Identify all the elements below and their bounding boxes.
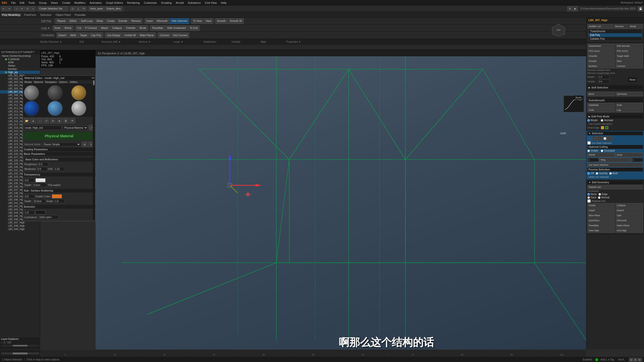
tree-item-lb5_049_high[interactable]: LB5_049_High [0, 228, 40, 231]
remove-modifier-btn[interactable]: Remove [614, 24, 628, 29]
material-ball-5[interactable] [48, 101, 63, 116]
render-setup-icon[interactable]: ⚙ [567, 6, 572, 11]
shrink-btn[interactable]: Shrink [63, 25, 73, 31]
save-icon[interactable]: 💾 [638, 6, 643, 11]
repeat-last-btn[interactable]: Repeat Last [587, 185, 643, 189]
material-type-select[interactable]: Physical Material [63, 126, 88, 130]
edit-poly-mode-header[interactable]: ▶ Edit Poly Mode [587, 115, 643, 118]
border-mode-btn[interactable]: □ [597, 136, 602, 141]
relax-btn[interactable]: Relax [95, 18, 105, 24]
vertex-panel-btn[interactable]: VertexPanel [587, 44, 615, 48]
make-planar-btn[interactable]: Make Planar [138, 32, 156, 38]
use-stack-selection-check[interactable] [587, 141, 591, 145]
depth-input[interactable] [33, 183, 47, 187]
mat-menu-utilities[interactable]: Utilities [69, 81, 77, 83]
timeline-mark-50[interactable]: 50 [288, 353, 338, 356]
quickslice-btn[interactable]: QuickSlice [587, 218, 615, 223]
roughness-input[interactable] [38, 162, 48, 166]
create-geo-btn[interactable]: Create [587, 203, 615, 208]
ring-sel-btn[interactable]: Ring [599, 158, 631, 162]
reset-material-btn[interactable]: ↺ [44, 118, 49, 123]
p-connect-btn[interactable]: P Connect [84, 25, 99, 31]
qslice-btn[interactable]: QSlice [68, 18, 78, 24]
cap-poly-btn[interactable]: Cap Poly [89, 32, 103, 38]
show-cage-toggle[interactable] [601, 126, 604, 129]
rotate-icon[interactable]: ↺ [25, 6, 30, 11]
ior-input[interactable] [54, 167, 64, 171]
cut-btn[interactable]: Cut [75, 25, 83, 31]
menu-views[interactable]: Views [51, 1, 58, 4]
smooth-rp-btn[interactable]: Smooth [587, 59, 615, 63]
menu-create[interactable]: Create [62, 1, 70, 4]
connect-btn[interactable]: Connect [158, 32, 171, 38]
basic-header[interactable]: Basic Parameters [23, 152, 95, 156]
shrink-sel-btn[interactable]: Shrink [587, 153, 615, 157]
preserve-uvs-check[interactable] [587, 199, 591, 203]
mat-menu-navigation[interactable]: Navigation [45, 81, 57, 83]
subobj-radio[interactable]: SubObj [596, 172, 607, 175]
tessellate-btn[interactable]: Tessellate [150, 25, 165, 31]
verts-button[interactable]: Verts_amer [89, 6, 104, 11]
cap-btn[interactable]: Cap [616, 108, 643, 112]
animate-radio[interactable]: Animate [601, 119, 613, 122]
unhide-all-btn[interactable]: Unhide All [123, 32, 138, 38]
symmetry-btn[interactable]: Symmetry [616, 92, 643, 96]
poly-mode-btn[interactable]: ⬜ [602, 136, 607, 141]
material-ball-6[interactable] [71, 101, 86, 116]
material-ball-4[interactable] [24, 101, 39, 116]
weight-rp-input[interactable] [598, 75, 610, 79]
subdivide-btn[interactable]: Subdivide [587, 103, 615, 107]
menu-edit[interactable]: Edit [20, 1, 24, 4]
turbogrid-header[interactable]: TurboSmooth [587, 99, 643, 102]
use-display-btn[interactable]: Use Display [105, 32, 122, 38]
undo-icon[interactable]: ↩ [1, 6, 6, 11]
play-next-btn[interactable]: ▶| [638, 358, 642, 362]
repeat-btn[interactable]: Repeat [55, 18, 67, 24]
face-radio[interactable]: Face [587, 196, 596, 199]
edge-radio[interactable]: Edge [598, 193, 608, 196]
delete-material-btn[interactable]: 🗑 [63, 118, 69, 123]
timeline-scrollbar[interactable] [1, 345, 39, 346]
boolean-rp-btn[interactable]: Boolean [587, 64, 615, 68]
ring-input[interactable] [587, 158, 599, 162]
timeline-mark-30[interactable]: 30 [189, 353, 239, 356]
menu-arnold[interactable]: Arnold [176, 1, 184, 4]
snap-icon[interactable]: ⊡ [70, 6, 75, 11]
connect-rp-btn[interactable]: Connect [616, 64, 643, 68]
play-btn[interactable]: ▶ [633, 358, 637, 362]
collapse-geo-btn[interactable]: Collapse [616, 203, 643, 208]
timeline-mark-100[interactable]: 100 [537, 353, 586, 356]
menu-animation[interactable]: Animation [90, 1, 102, 4]
mode-selection[interactable]: Selection [39, 13, 53, 16]
timeline-mark-90[interactable]: 90 [487, 353, 536, 356]
material-ball-3[interactable] [71, 85, 86, 100]
cloth-btn[interactable]: Cloth [587, 108, 615, 112]
tree-item-lb5_048_high[interactable]: LB5_048_High [0, 224, 40, 228]
show-cage-color[interactable] [605, 126, 608, 129]
ffd-2x2-btn[interactable]: FFD 2x2x2 [587, 49, 615, 53]
chamfer-rp-btn[interactable]: Chamfer [587, 54, 615, 58]
timeline-mark-40[interactable]: 40 [239, 353, 288, 356]
menu-customize[interactable]: Customize [144, 1, 157, 4]
menu-modifiers[interactable]: Modifiers [74, 1, 86, 4]
model-radio[interactable]: Model [587, 119, 597, 122]
main-scrollbar-track[interactable] [1, 352, 39, 354]
add-tag-btn[interactable]: Add L.e Tag [601, 358, 614, 361]
timeline-mark-0[interactable]: 0 [40, 353, 90, 356]
extrude-btn[interactable]: Extrude [117, 18, 129, 24]
target-weld-btn[interactable]: Target Weld [616, 54, 643, 58]
put-material-btn[interactable]: ▲ [30, 118, 36, 123]
exterm-button[interactable]: Exterm_ders [105, 6, 122, 11]
material-ball-2[interactable] [48, 85, 63, 100]
sss-scale-input[interactable] [54, 199, 64, 203]
mat-menu-options[interactable]: Options [59, 81, 67, 83]
menu-civil-view[interactable]: Civil View [205, 1, 217, 4]
emission-header[interactable]: Emission [23, 205, 95, 209]
multi-radio[interactable]: Multi [609, 172, 618, 175]
coating-header[interactable]: Coating Parameters [23, 148, 95, 151]
sss-depth-input[interactable] [33, 199, 45, 203]
modifier-list-dropdown[interactable]: Modifier List [587, 24, 613, 29]
attach-btn[interactable]: Attach [99, 25, 110, 31]
chamfer-btn[interactable]: Chamfer [124, 25, 137, 31]
slice-rp-btn[interactable]: Slice [616, 59, 643, 63]
